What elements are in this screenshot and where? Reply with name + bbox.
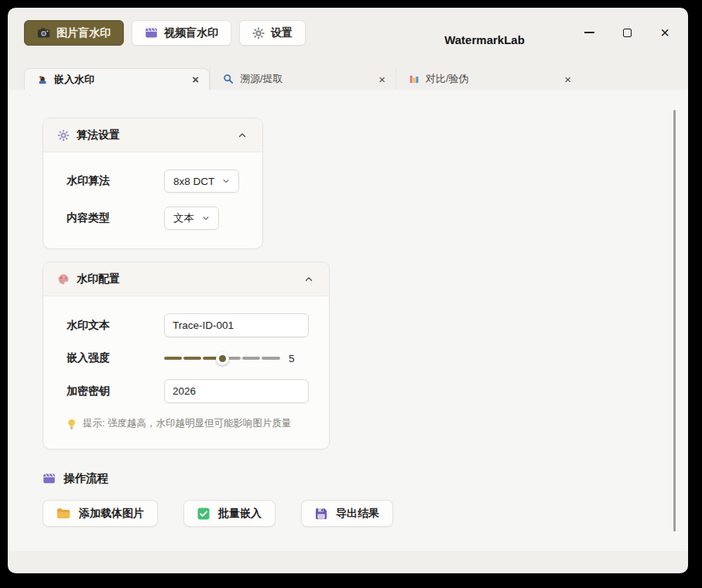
button-label: 批量嵌入 [218,507,262,521]
clapperboard-icon [145,26,158,39]
chevron-up-icon[interactable] [304,275,313,284]
workflow-section-header: 操作流程 [43,471,688,486]
tab-label: 嵌入水印 [54,73,94,87]
chart-icon [409,74,419,84]
slider-handle-dot [219,355,226,362]
chevron-up-icon[interactable] [238,131,247,140]
content-type-row: 内容类型 文本 [67,207,250,230]
title-bar: 图片盲水印 视频盲水印 设置 WatermarkLab [8,8,688,68]
algorithm-settings-header[interactable]: 算法设置 [43,118,262,152]
gear-icon [252,27,265,39]
watermark-algorithm-select[interactable]: 8x8 DCT [164,169,239,193]
mode-button-settings[interactable]: 设置 [239,20,306,46]
field-label: 加密密钥 [67,385,164,398]
algorithm-settings-card: 算法设置 水印算法 8x8 DCT [43,118,263,249]
tab-trace-extract[interactable]: 溯源/提取 × [210,68,396,90]
scrollbar-thumb[interactable] [673,110,676,532]
workflow-title: 操作流程 [63,471,108,486]
mode-button-label: 视频盲水印 [164,26,218,40]
camera-icon [37,26,50,39]
gear-flower-icon [57,129,70,142]
chevron-down-icon [222,177,230,185]
watermark-config-card: 水印配置 水印文本 嵌入强度 [43,262,330,450]
clapperboard-icon [43,472,56,485]
tab-compare-verify[interactable]: 对比/验伪 × [396,68,581,90]
content-type-select[interactable]: 文本 [164,207,219,230]
embed-strength-value: 5 [289,353,295,364]
slider-track-segment [183,357,201,360]
embed-strength-slider[interactable] [164,352,280,364]
stamp-icon [37,74,48,85]
watermark-text-row: 水印文本 [67,313,317,337]
watermark-config-header[interactable]: 水印配置 [43,262,329,296]
mode-button-label: 设置 [271,26,293,40]
embed-strength-row: 嵌入强度 5 [67,351,317,365]
add-carrier-image-button[interactable]: 添加载体图片 [43,500,158,527]
card-title: 水印配置 [77,272,120,286]
tab-close-icon[interactable]: × [378,74,385,85]
tip-text: 提示: 强度越高，水印越明显但可能影响图片质量 [83,417,291,430]
button-label: 添加载体图片 [79,507,144,521]
tab-label: 对比/验伪 [426,72,469,86]
slider-track-segment [262,357,280,360]
lightbulb-icon [67,419,77,429]
floppy-icon [315,508,327,520]
screen: 图片盲水印 视频盲水印 设置 WatermarkLab [0,0,702,588]
field-label: 水印算法 [67,174,164,188]
close-button[interactable]: × [659,26,671,39]
embed-watermark-panel: 算法设置 水印算法 8x8 DCT [8,90,688,551]
mode-button-label: 图片盲水印 [57,26,111,40]
watermark-algorithm-row: 水印算法 8x8 DCT [67,169,250,193]
tab-embed-watermark[interactable]: 嵌入水印 × [24,68,210,90]
tab-bar: 嵌入水印 × 溯源/提取 × 对比/验伪 × [24,68,688,90]
field-label: 水印文本 [67,319,164,333]
slider-track-segment [242,357,260,360]
app-window: 图片盲水印 视频盲水印 设置 WatermarkLab [8,8,688,573]
encryption-key-row: 加密密钥 [67,379,317,403]
check-icon [197,508,210,520]
minimize-button[interactable] [583,26,595,39]
mode-button-image-watermark[interactable]: 图片盲水印 [24,20,124,46]
mode-button-video-watermark[interactable]: 视频盲水印 [132,20,231,46]
algorithm-settings-body: 水印算法 8x8 DCT 内容类型 文本 [43,152,262,248]
slider-handle[interactable] [216,352,229,365]
tab-close-icon[interactable]: × [564,74,571,85]
maximize-icon [623,29,632,37]
strength-tip: 提示: 强度越高，水印越明显但可能影响图片质量 [67,417,317,430]
palette-icon [57,273,70,285]
field-label: 嵌入强度 [67,351,164,365]
batch-embed-button[interactable]: 批量嵌入 [183,500,276,527]
minimize-icon [584,32,594,33]
button-label: 导出结果 [336,507,379,521]
select-value: 8x8 DCT [173,176,214,187]
slider-track-segment [164,357,182,360]
field-label: 内容类型 [67,211,164,225]
window-title: WatermarkLab [444,33,525,46]
mode-switcher: 图片盲水印 视频盲水印 设置 [24,20,306,46]
tab-label: 溯源/提取 [240,72,283,86]
window-controls: × [583,26,671,39]
close-icon: × [660,26,669,39]
encryption-key-input[interactable] [164,379,309,403]
chevron-down-icon [202,214,210,222]
select-value: 文本 [173,211,194,225]
watermark-config-body: 水印文本 嵌入强度 [43,296,329,449]
watermark-text-input[interactable] [164,313,309,337]
tab-close-icon[interactable]: × [192,74,199,85]
maximize-button[interactable] [621,26,633,39]
folder-icon [57,508,70,519]
workflow-buttons: 添加载体图片 批量嵌入 导出结果 [43,500,688,527]
card-title: 算法设置 [77,128,120,142]
export-results-button[interactable]: 导出结果 [301,500,393,527]
magnifier-icon [223,74,234,84]
